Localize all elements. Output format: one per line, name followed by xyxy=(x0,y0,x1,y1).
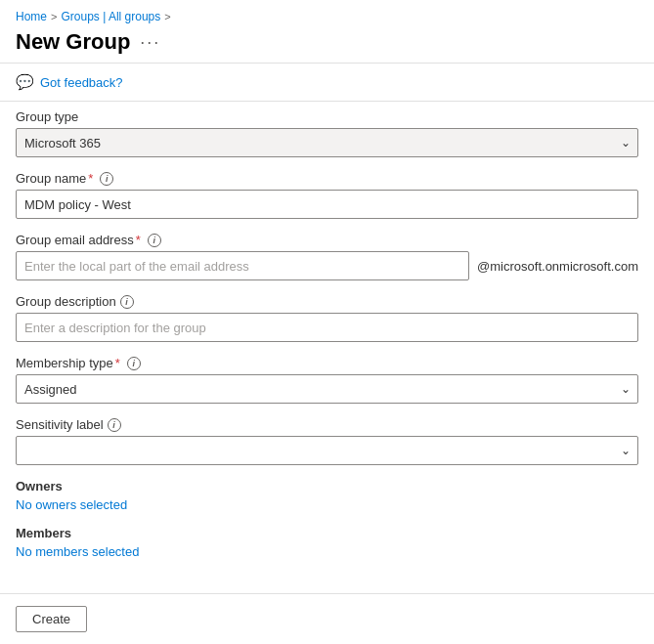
breadcrumb-sep2: > xyxy=(164,11,170,22)
sensitivity-label-select[interactable] xyxy=(16,436,638,465)
group-name-label: Group name * i xyxy=(16,171,638,186)
more-options-icon[interactable]: ··· xyxy=(140,32,160,53)
group-type-label: Group type xyxy=(16,109,638,124)
page-title-row: New Group ··· xyxy=(0,27,654,63)
owners-label: Owners xyxy=(16,479,638,494)
group-email-required: * xyxy=(136,233,141,247)
membership-type-dropdown-wrapper: AssignedDynamic UserDynamic Device ⌄ xyxy=(16,374,638,404)
members-label: Members xyxy=(16,526,638,540)
group-email-input[interactable] xyxy=(16,251,469,280)
group-name-input[interactable] xyxy=(16,190,638,219)
group-email-label: Group email address * i xyxy=(16,233,638,247)
membership-type-select[interactable]: AssignedDynamic UserDynamic Device xyxy=(16,374,638,404)
membership-type-field: Membership type * i AssignedDynamic User… xyxy=(16,356,638,404)
breadcrumb-groups[interactable]: Groups | All groups xyxy=(61,10,160,23)
feedback-icon: 💬 xyxy=(16,73,34,91)
group-name-field: Group name * i xyxy=(16,171,638,219)
members-section: Members No members selected xyxy=(16,526,638,559)
no-members-link[interactable]: No members selected xyxy=(16,544,139,559)
breadcrumb: Home > Groups | All groups > xyxy=(0,0,654,27)
page-title: New Group xyxy=(16,29,130,55)
content-area: Group type Microsoft 365SecurityMail-ena… xyxy=(0,102,654,593)
group-description-input[interactable] xyxy=(16,313,638,342)
feedback-label: Got feedback? xyxy=(40,75,123,90)
no-owners-link[interactable]: No owners selected xyxy=(16,497,127,512)
group-email-field: Group email address * i @microsoft.onmic… xyxy=(16,233,638,280)
membership-type-info-icon[interactable]: i xyxy=(127,357,141,370)
footer: Create xyxy=(0,593,654,644)
breadcrumb-sep1: > xyxy=(51,11,57,22)
feedback-row[interactable]: 💬 Got feedback? xyxy=(0,64,654,101)
group-type-select[interactable]: Microsoft 365SecurityMail-enabled securi… xyxy=(16,128,638,157)
owners-section: Owners No owners selected xyxy=(16,479,638,512)
membership-type-label: Membership type * i xyxy=(16,356,638,370)
group-name-required: * xyxy=(88,171,93,186)
sensitivity-label-info-icon[interactable]: i xyxy=(108,418,121,432)
page-wrapper: Home > Groups | All groups > New Group ·… xyxy=(0,0,654,644)
group-description-label: Group description i xyxy=(16,294,638,309)
sensitivity-label-field: Sensitivity label i ⌄ xyxy=(16,417,638,465)
sensitivity-label-label: Sensitivity label i xyxy=(16,417,638,432)
group-description-field: Group description i xyxy=(16,294,638,342)
sensitivity-label-dropdown-wrapper: ⌄ xyxy=(16,436,638,465)
group-name-info-icon[interactable]: i xyxy=(100,172,113,186)
email-domain: @microsoft.onmicrosoft.com xyxy=(477,259,638,274)
email-row: @microsoft.onmicrosoft.com xyxy=(16,251,638,280)
group-type-field: Group type Microsoft 365SecurityMail-ena… xyxy=(16,109,638,157)
group-description-info-icon[interactable]: i xyxy=(120,295,134,309)
membership-type-required: * xyxy=(115,356,120,370)
group-type-dropdown-wrapper: Microsoft 365SecurityMail-enabled securi… xyxy=(16,128,638,157)
group-email-info-icon[interactable]: i xyxy=(148,234,161,247)
create-button[interactable]: Create xyxy=(16,606,87,632)
email-input-wrapper xyxy=(16,251,469,280)
breadcrumb-home[interactable]: Home xyxy=(16,10,47,23)
